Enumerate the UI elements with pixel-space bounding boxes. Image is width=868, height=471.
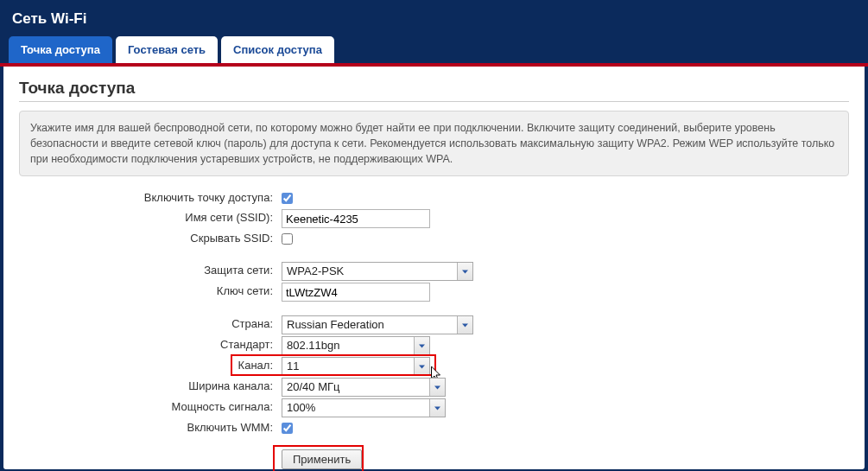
input-ssid[interactable] [282, 209, 430, 228]
label-ssid: Имя сети (SSID): [19, 208, 278, 226]
select-power[interactable]: 100% [282, 398, 446, 417]
label-empty [19, 449, 278, 454]
help-text: Укажите имя для вашей беспроводной сети,… [19, 111, 849, 176]
label-power: Мощность сигнала: [19, 398, 278, 416]
label-security: Защита сети: [19, 261, 278, 279]
checkbox-enable-ap[interactable] [282, 193, 293, 204]
tab-access-list[interactable]: Список доступа [221, 36, 334, 63]
select-channel-value: 11 [282, 358, 414, 375]
chevron-down-icon [429, 399, 445, 417]
section-title: Точка доступа [19, 79, 849, 102]
select-security[interactable]: WPA2-PSK [282, 262, 473, 281]
select-power-value: 100% [282, 399, 429, 417]
select-channel[interactable]: 11 [282, 357, 430, 376]
page-title: Сеть Wi-Fi [0, 0, 868, 36]
tabs: Точка доступа Гостевая сеть Список досту… [0, 36, 868, 63]
label-standard: Стандарт: [19, 335, 278, 353]
label-enable-ap: Включить точку доступа: [19, 188, 278, 207]
label-key: Ключ сети: [19, 282, 278, 300]
select-country[interactable]: Russian Federation [282, 315, 473, 334]
label-hide-ssid: Скрывать SSID: [19, 229, 278, 247]
chevron-down-icon [457, 263, 472, 280]
select-width[interactable]: 20/40 МГц [282, 378, 446, 397]
chevron-down-icon [414, 358, 429, 375]
select-country-value: Russian Federation [282, 316, 457, 334]
chevron-down-icon [429, 379, 445, 396]
chevron-down-icon [414, 337, 429, 354]
label-channel: Канал: [19, 356, 278, 374]
label-country: Страна: [19, 315, 278, 333]
checkbox-wmm[interactable] [282, 423, 293, 434]
select-standard[interactable]: 802.11bgn [282, 336, 430, 355]
form: Включить точку доступа: Имя сети (SSID):… [19, 188, 849, 470]
input-key[interactable] [282, 283, 430, 302]
select-width-value: 20/40 МГц [282, 379, 429, 396]
apply-button[interactable]: Применить [282, 449, 362, 469]
label-width: Ширина канала: [19, 377, 278, 395]
checkbox-hide-ssid[interactable] [282, 233, 293, 245]
panel: Точка доступа Укажите имя для вашей бесп… [3, 67, 865, 469]
tab-access-point[interactable]: Точка доступа [9, 36, 112, 63]
select-standard-value: 802.11bgn [282, 337, 414, 354]
tab-guest-network[interactable]: Гостевая сеть [116, 36, 218, 63]
label-wmm: Включить WMM: [19, 418, 278, 436]
select-security-value: WPA2-PSK [282, 263, 457, 280]
chevron-down-icon [457, 316, 472, 334]
